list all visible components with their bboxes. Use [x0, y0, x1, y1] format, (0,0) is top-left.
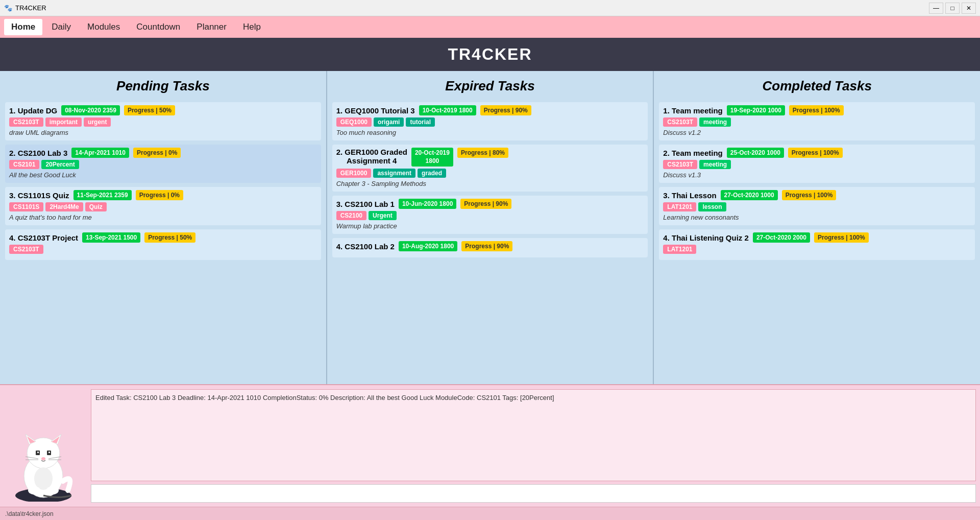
completed-task-2: 2. Team meeting 25-Oct-2020 1000 Progres… — [659, 145, 975, 183]
tag-origami: origami — [374, 117, 404, 127]
menu-item-modules[interactable]: Modules — [80, 19, 127, 35]
tag-assignment: assignment — [373, 169, 415, 178]
completed-task-2-title: 2. Team meeting — [663, 149, 722, 157]
completed-task-1-date: 19-Sep-2020 1000 — [727, 105, 785, 115]
expired-task-1-tags: GEQ1000 origami tutorial — [336, 117, 644, 127]
completed-task-1-title: 1. Team meeting — [663, 106, 722, 115]
menu-item-help[interactable]: Help — [236, 19, 268, 35]
minimize-button[interactable]: — — [929, 3, 943, 14]
tag-urgent-3: Urgent — [369, 211, 397, 220]
expired-task-3-date: 10-Jun-2020 1800 — [399, 199, 456, 209]
pending-column-header: Pending Tasks — [0, 71, 326, 99]
tag-cs2103t-4: CS2103T — [9, 245, 43, 254]
console-area: Edited Task: CS2100 Lab 3 Deadline: 14-A… — [87, 385, 980, 507]
tag-urgent: urgent — [84, 117, 111, 127]
tag-cs2101: CS2101 — [9, 160, 39, 169]
title-bar-left: 🐾 TR4CKER — [4, 4, 46, 12]
expired-task-3-desc: Warmup lab practice — [336, 222, 644, 230]
completed-task-4-progress: Progress | 100% — [814, 232, 869, 243]
completed-task-3-progress: Progress | 100% — [782, 190, 837, 200]
pending-task-3-date: 11-Sep-2021 2359 — [74, 190, 132, 200]
pending-task-4-tags: CS2103T — [9, 245, 317, 254]
expired-task-1: 1. GEQ1000 Tutorial 3 10-Oct-2019 1800 P… — [332, 102, 648, 140]
pending-task-2-date: 14-Apr-2021 1010 — [71, 148, 129, 158]
completed-task-2-tags: CS2103T meeting — [663, 160, 971, 169]
tag-meeting-c2: meeting — [699, 160, 731, 169]
pending-tasks-column: Pending Tasks 1. Update DG 08-Nov-2020 2… — [0, 71, 327, 384]
completed-task-3-header: 3. Thai Lesson 27-Oct-2020 1000 Progress… — [663, 190, 971, 200]
completed-task-4: 4. Thai Listening Quiz 2 27-Oct-2020 200… — [659, 229, 975, 260]
expired-column-body: 1. GEQ1000 Tutorial 3 10-Oct-2019 1800 P… — [327, 99, 653, 384]
tag-graded: graded — [418, 169, 446, 178]
expired-task-1-desc: Too much reasoning — [336, 129, 644, 136]
expired-task-2-tags: GER1000 assignment graded — [336, 169, 644, 178]
pending-task-1-title: 1. Update DG — [9, 106, 57, 115]
mascot-area — [0, 385, 87, 507]
svg-point-11 — [41, 457, 45, 460]
completed-task-1-desc: Discuss v1.2 — [663, 129, 971, 136]
pending-task-2-tags: CS2101 20Percent — [9, 160, 317, 169]
menu-item-planner[interactable]: Planner — [189, 19, 234, 35]
pending-task-3-progress: Progress | 0% — [136, 190, 183, 200]
pending-task-2-title: 2. CS2100 Lab 3 — [9, 149, 67, 157]
expired-task-2-header: 2. GER1000 Graded Assignment 4 20-Oct-20… — [336, 148, 644, 167]
tag-lat1201-c3: LAT1201 — [663, 202, 696, 211]
title-bar-app-name: TR4CKER — [15, 4, 46, 12]
expired-task-4: 4. CS2100 Lab 2 10-Aug-2020 1800 Progres… — [332, 238, 648, 257]
expired-task-4-progress: Progress | 90% — [461, 241, 512, 251]
pending-task-2-desc: All the best Good Luck — [9, 171, 317, 179]
menu-item-home[interactable]: Home — [4, 19, 42, 35]
pending-task-2-progress: Progress | 0% — [133, 148, 181, 158]
cat-mascot — [8, 415, 79, 502]
maximize-button[interactable]: □ — [945, 3, 960, 14]
expired-task-2-progress: Progress | 80% — [457, 148, 508, 158]
completed-task-2-progress: Progress | 100% — [788, 148, 843, 158]
expired-task-4-title: 4. CS2100 Lab 2 — [336, 242, 395, 251]
expired-task-4-date: 10-Aug-2020 1800 — [399, 241, 457, 251]
menu-item-countdown[interactable]: Countdown — [129, 19, 187, 35]
close-button[interactable]: ✕ — [962, 3, 976, 14]
tag-cs2103t-c2: CS2103T — [663, 160, 697, 169]
completed-task-3-tags: LAT1201 lesson — [663, 202, 971, 211]
completed-task-3-title: 3. Thai Lesson — [663, 191, 716, 200]
tag-ger1000: GER1000 — [336, 169, 372, 178]
pending-task-1: 1. Update DG 08-Nov-2020 2359 Progress |… — [5, 102, 321, 140]
expired-column-header: Expired Tasks — [327, 71, 653, 99]
tag-cs2103t-c1: CS2103T — [663, 117, 697, 127]
tag-geq1000: GEQ1000 — [336, 117, 372, 127]
console-input[interactable] — [91, 484, 976, 503]
pending-column-body: 1. Update DG 08-Nov-2020 2359 Progress |… — [0, 99, 326, 384]
expired-task-1-header: 1. GEQ1000 Tutorial 3 10-Oct-2019 1800 P… — [336, 105, 644, 115]
expired-task-2-title: 2. GER1000 Graded Assignment 4 — [336, 148, 407, 165]
tag-cs2103t-1: CS2103T — [9, 117, 43, 127]
expired-task-2-desc: Chapter 3 - Sampling Methods — [336, 180, 644, 187]
pending-task-3-tags: CS1101S 2Hard4Me Quiz — [9, 202, 317, 211]
tag-important: important — [45, 117, 82, 127]
completed-tasks-column: Completed Tasks 1. Team meeting 19-Sep-2… — [654, 71, 980, 384]
menu-item-daily[interactable]: Daily — [44, 19, 78, 35]
completed-task-4-tags: LAT1201 — [663, 245, 971, 254]
expired-task-4-header: 4. CS2100 Lab 2 10-Aug-2020 1800 Progres… — [336, 241, 644, 251]
title-bar-controls: — □ ✕ — [929, 3, 976, 14]
completed-task-2-desc: Discuss v1.3 — [663, 171, 971, 179]
pending-task-3-header: 3. CS1101S Quiz 11-Sep-2021 2359 Progres… — [9, 190, 317, 200]
pending-task-3: 3. CS1101S Quiz 11-Sep-2021 2359 Progres… — [5, 187, 321, 225]
app-icon: 🐾 — [4, 4, 12, 12]
expired-task-3-title: 3. CS2100 Lab 1 — [336, 200, 395, 208]
menu-bar: Home Daily Modules Countdown Planner Hel… — [0, 16, 980, 38]
main-content: Pending Tasks 1. Update DG 08-Nov-2020 2… — [0, 71, 980, 384]
expired-task-1-title: 1. GEQ1000 Tutorial 3 — [336, 106, 415, 115]
svg-point-18 — [46, 486, 59, 494]
status-file-path: .\data\tr4cker.json — [5, 510, 54, 517]
pending-task-4: 4. CS2103T Project 13-Sep-2021 1500 Prog… — [5, 229, 321, 260]
completed-task-1: 1. Team meeting 19-Sep-2020 1000 Progres… — [659, 102, 975, 140]
expired-task-3-header: 3. CS2100 Lab 1 10-Jun-2020 1800 Progres… — [336, 199, 644, 209]
pending-task-3-title: 3. CS1101S Quiz — [9, 191, 69, 200]
completed-task-1-progress: Progress | 100% — [789, 105, 844, 115]
pending-task-2-header: 2. CS2100 Lab 3 14-Apr-2021 1010 Progres… — [9, 148, 317, 158]
title-bar: 🐾 TR4CKER — □ ✕ — [0, 0, 980, 16]
expired-task-3-progress: Progress | 90% — [460, 199, 511, 209]
svg-point-16 — [34, 467, 53, 490]
pending-task-1-progress: Progress | 50% — [124, 105, 175, 115]
completed-task-4-title: 4. Thai Listening Quiz 2 — [663, 233, 749, 242]
